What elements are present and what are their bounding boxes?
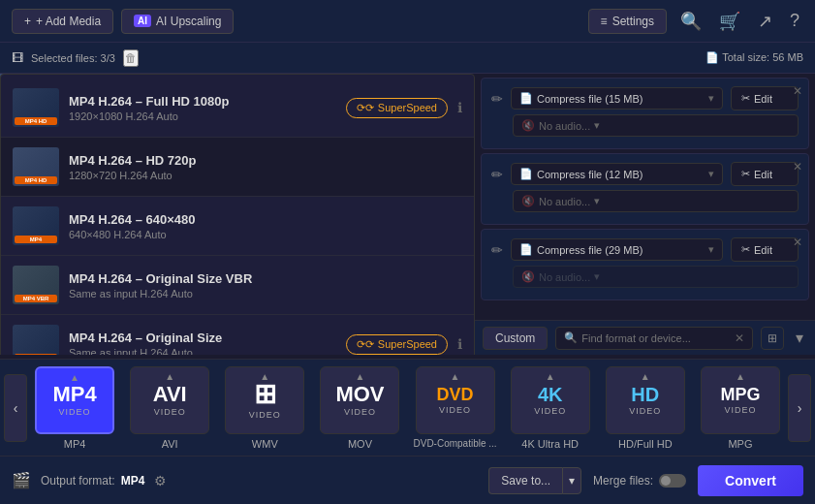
fmt-box-avi: ▲ AVI VIDEO [130,366,209,434]
fmt-label-hd: HD/Full HD [618,438,673,450]
cart-button[interactable]: 🛒 [715,7,744,36]
card-row-1-top: ✏ 📄 Compress file (15 MB) ▾ ✂ Edit [491,86,799,110]
file-thumb-5: MP4 [13,325,59,355]
format-nav-right-button[interactable]: › [788,374,811,442]
chevron-down-icon-3: ▾ [708,243,714,256]
search-clear-button[interactable]: ✕ [735,331,744,345]
format-icon-avi[interactable]: ▲ AVI VIDEO AVI [126,366,213,450]
compress-select-2[interactable]: 📄 Compress file (12 MB) ▾ [511,163,723,185]
no-audio-icon-1: 🔇 [521,119,535,132]
fmt-arrow-mpg: ▲ [736,371,745,382]
close-card-3-button[interactable]: ✕ [793,236,802,249]
ai-upscaling-button[interactable]: AI AI Upscaling [121,9,234,34]
save-to-dropdown-button[interactable]: ▾ [562,467,581,494]
fmt-badge-2: MP4 HD [15,176,57,184]
share-button[interactable]: ↗ [754,7,776,36]
close-card-2-button[interactable]: ✕ [793,160,802,173]
info-button-1[interactable]: ℹ [457,100,462,115]
format-name-orig: MP4 H.264 – Original Size [69,331,336,345]
compress-select-3[interactable]: 📄 Compress file (29 MB) ▾ [511,238,723,261]
format-icon-dvd[interactable]: ▲ DVD VIDEO DVD-Compatible ... [412,366,499,450]
format-icon-hd[interactable]: ▲ HD VIDEO HD/Full HD [602,366,689,450]
scissors-icon-2: ✂ [741,168,750,180]
superspeed-icon: ⟳⟳ [357,102,374,114]
output-settings-gear-button[interactable]: ⚙ [154,473,167,488]
save-to-button[interactable]: Save to... [488,467,562,494]
search-button[interactable]: 🔍 [676,7,705,36]
edit-button-1[interactable]: ✂ Edit [731,86,799,110]
add-media-button[interactable]: + + Add Media [12,9,113,34]
close-icon-3: ✕ [793,236,802,249]
format-icon-4k[interactable]: ▲ 4K VIDEO 4K Ultra HD [507,366,594,450]
format-icon-mp4[interactable]: ▲ MP4 VIDEO MP4 [31,366,118,450]
merge-files-label-text: Merge files: [593,474,653,488]
format-thumb-1080p: MP4 HD [13,88,59,127]
no-audio-icon-3: 🔇 [521,270,535,283]
edit-button-3[interactable]: ✂ Edit [731,237,799,262]
format-meta-640: 640×480 H.264 Auto [69,229,462,240]
file-thumb-2: MP4 HD [13,147,59,186]
bottom-right: Save to... ▾ Merge files: Convert [488,465,803,496]
compress-file-icon-3: 📄 [519,243,533,256]
file-thumb-4: MP4 VBR [13,266,59,304]
fmt-box-mp4: ▲ MP4 VIDEO [35,366,114,434]
info-button-5[interactable]: ℹ [457,336,462,352]
fmt-arrow-4k: ▲ [546,371,555,382]
page-wrapper: + + Add Media AI AI Upscaling ≡ Settings… [0,0,815,504]
right-panel: ✕ ✏ 📄 Compress file (15 MB) ▾ ✂ Edit [475,74,815,355]
fmt-text-wmv: ⊞ [254,381,276,408]
edit-button-2[interactable]: ✂ Edit [731,162,799,186]
format-icon-wmv[interactable]: ▲ ⊞ VIDEO WMV [221,366,308,450]
file-icon: 📄 [705,51,719,63]
no-audio-select-2[interactable]: 🔇 No audio... ▾ [513,190,799,212]
format-item-640[interactable]: MP4 MP4 H.264 – 640×480 640×480 H.264 Au… [1,197,474,256]
fmt-arrow-mp4: ▲ [70,372,79,383]
format-bar: ‹ ▲ MP4 VIDEO MP4 ▲ AVI VIDEO AVI [0,359,815,456]
help-button[interactable]: ? [786,7,803,35]
fmt-badge-3: MP4 [15,236,57,243]
fmt-text-hd: HD [631,385,659,404]
search-box: 🔍 ✕ [555,327,753,350]
settings-button[interactable]: ≡ Settings [588,9,667,34]
merge-files-toggle[interactable] [659,474,686,488]
expand-right-button[interactable]: ▾ [792,329,807,347]
clear-files-button[interactable]: 🗑 [123,49,139,67]
card-row-2-bottom: 🔇 No audio... ▾ [491,190,799,212]
fmt-arrow-mov: ▲ [355,371,364,382]
no-audio-select-1[interactable]: 🔇 No audio... ▾ [513,114,799,137]
format-item-1080p[interactable]: MP4 HD MP4 H.264 – Full HD 1080p 1920×10… [1,79,474,138]
custom-button[interactable]: Custom [483,327,548,350]
content-area: ▶ MP4HD ✓ MP4 HD [0,74,815,355]
card-row-3-top: ✏ 📄 Compress file (29 MB) ▾ ✂ Edit [491,237,799,262]
format-nav-left-button[interactable]: ‹ [4,374,27,442]
no-audio-label-3: No audio... [539,271,590,283]
topbar-left: + + Add Media AI AI Upscaling [12,9,579,34]
compress-label-1: Compress file (15 MB) [537,93,643,105]
no-audio-select-3[interactable]: 🔇 No audio... ▾ [513,266,799,288]
fmt-label-mpg: MPG [728,438,752,450]
format-icon-mov[interactable]: ▲ MOV VIDEO MOV [316,366,403,450]
format-search-input[interactable] [581,332,731,344]
format-icon-mpg[interactable]: ▲ MPG VIDEO MPG [697,366,784,450]
fmt-sub-avi: VIDEO [154,407,186,417]
format-item-orig[interactable]: MP4 MP4 H.264 – Original Size Same as in… [1,315,474,355]
format-icons-container: ▲ MP4 VIDEO MP4 ▲ AVI VIDEO AVI ▲ ⊞ VI [29,366,786,450]
convert-button[interactable]: Convert [698,465,803,496]
no-audio-icon-2: 🔇 [521,195,535,207]
fmt-box-mov: ▲ MOV VIDEO [320,366,399,434]
format-item-vbr[interactable]: MP4 VBR MP4 H.264 – Original Size VBR Sa… [1,256,474,315]
fmt-label-mp4: MP4 [64,438,86,450]
fmt-sub-mp4: VIDEO [59,407,91,417]
grid-view-button[interactable]: ⊞ [761,327,784,350]
fmt-label-wmv: WMV [252,438,278,450]
topbar-right: ≡ Settings 🔍 🛒 ↗ ? [588,7,803,36]
superspeed-label-5: SuperSpeed [378,338,437,350]
format-item-720p[interactable]: MP4 HD MP4 H.264 – HD 720p 1280×720 H.26… [1,138,474,197]
ai-upscaling-label: AI Upscaling [156,15,221,28]
settings-label: Settings [612,15,654,28]
file-thumb-1: MP4 HD [13,88,59,127]
close-card-1-button[interactable]: ✕ [793,84,802,98]
compress-select-1[interactable]: 📄 Compress file (15 MB) ▾ [511,87,723,110]
save-to-group: Save to... ▾ [488,467,581,494]
format-info-vbr: MP4 H.264 – Original Size VBR Same as in… [69,271,462,299]
